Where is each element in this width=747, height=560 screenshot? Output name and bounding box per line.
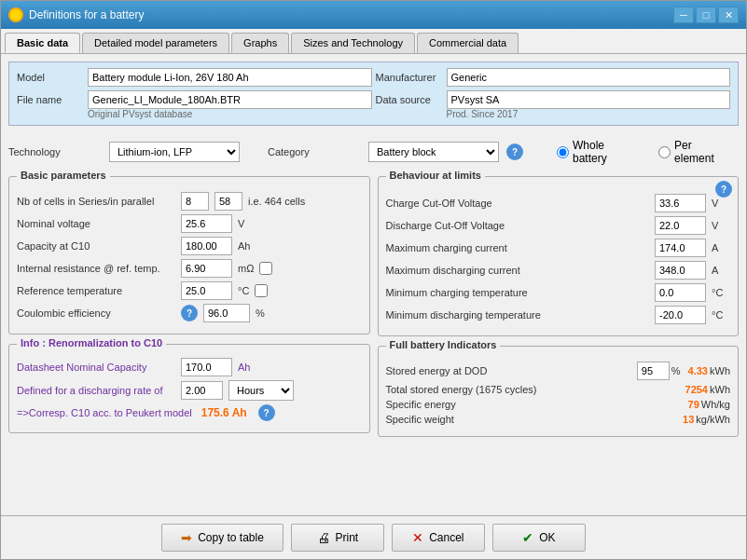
capacity-unit: Ah xyxy=(238,240,250,252)
resistance-checkbox[interactable] xyxy=(259,262,272,275)
close-button[interactable]: ✕ xyxy=(718,7,739,23)
per-element-label: Per element xyxy=(674,139,733,165)
discharge-unit-select[interactable]: Hours xyxy=(228,380,294,401)
datasource-input[interactable] xyxy=(447,90,731,109)
charge-cutoff-label: Charge Cut-Off Voltage xyxy=(386,198,650,209)
copy-icon: ➡ xyxy=(181,530,192,545)
tab-graphs[interactable]: Graphs xyxy=(231,33,289,53)
basic-params-title: Basic parameters xyxy=(17,170,110,181)
specific-energy-unit: Wh/kg xyxy=(701,399,730,410)
max-charge-label: Maximum charging current xyxy=(386,242,650,253)
resistance-label: Internal resistance @ ref. temp. xyxy=(17,263,175,274)
capacity-input[interactable] xyxy=(181,237,232,255)
coulomb-input[interactable] xyxy=(203,304,250,322)
total-unit: kWh xyxy=(710,384,730,395)
basic-params-group: Basic parameters Nb of cells in Series/i… xyxy=(8,176,370,335)
max-charge-input[interactable] xyxy=(655,239,706,257)
ref-temp-label: Reference temperature xyxy=(17,285,175,296)
filename-input[interactable] xyxy=(88,90,372,109)
charge-cutoff-unit: V xyxy=(712,198,730,209)
discharge-rate-label: Defined for a discharging rate of xyxy=(17,385,175,396)
copy-label: Copy to table xyxy=(198,531,264,544)
print-label: Print xyxy=(336,531,359,544)
cells-series-input[interactable] xyxy=(181,192,209,211)
button-bar: ➡ Copy to table 🖨 Print ✕ Cancel ✔ OK xyxy=(1,515,746,559)
total-value: 7254 xyxy=(685,384,708,395)
behaviour-group: Behaviour at limits ? Charge Cut-Off Vol… xyxy=(378,176,740,336)
category-select[interactable]: Battery block xyxy=(368,142,499,162)
capacity-label: Capacity at C10 xyxy=(17,240,175,252)
tab-commercial[interactable]: Commercial data xyxy=(417,33,519,53)
min-discharge-temp-input[interactable] xyxy=(655,306,706,324)
max-discharge-unit: A xyxy=(712,265,730,276)
print-icon: 🖨 xyxy=(317,530,330,545)
voltage-unit: V xyxy=(238,218,244,229)
model-input[interactable] xyxy=(88,68,372,87)
discharge-cutoff-label: Discharge Cut-Off Voltage xyxy=(386,220,650,231)
min-discharge-temp-label: Minimum discharging temperature xyxy=(386,309,650,321)
model-label: Model xyxy=(17,72,82,83)
window-icon xyxy=(8,7,23,22)
indicators-title: Full battery Indicators xyxy=(386,339,501,350)
maximize-button[interactable]: □ xyxy=(696,7,716,23)
prod-since: Prod. Since 2017 xyxy=(376,109,731,119)
ok-button[interactable]: ✔ OK xyxy=(492,524,586,552)
nominal-input[interactable] xyxy=(181,358,232,376)
resistance-unit: mΩ xyxy=(238,263,254,274)
tab-bar: Basic data Detailed model parameters Gra… xyxy=(1,29,746,54)
min-charge-temp-unit: °C xyxy=(712,287,730,298)
per-element-radio[interactable]: Per element xyxy=(658,139,733,165)
discharge-rate-input[interactable] xyxy=(181,381,223,400)
cells-parallel-input[interactable] xyxy=(214,192,242,211)
print-button[interactable]: 🖨 Print xyxy=(291,524,384,552)
cells-info: i.e. 464 cells xyxy=(248,196,305,207)
info-bar: Model File name Original PVsyst database… xyxy=(8,61,739,126)
min-charge-temp-input[interactable] xyxy=(655,283,706,302)
minimize-button[interactable]: ─ xyxy=(673,7,694,23)
coulomb-label: Coulombic efficiency xyxy=(17,307,175,319)
renorm-group: Info : Renormalization to C10 Datasheet … xyxy=(8,344,370,433)
window-controls[interactable]: ─ □ ✕ xyxy=(673,7,739,23)
category-help-button[interactable]: ? xyxy=(506,143,523,160)
dod-label: Stored energy at DOD xyxy=(386,365,637,376)
renorm-title: Info : Renormalization to C10 xyxy=(17,337,166,348)
behaviour-help-button[interactable]: ? xyxy=(715,181,732,198)
ref-temp-input[interactable] xyxy=(181,281,232,300)
datasource-label: Data source xyxy=(376,94,441,105)
ref-temp-checkbox[interactable] xyxy=(255,284,268,297)
coulomb-help-button[interactable]: ? xyxy=(181,305,198,321)
tab-sizes[interactable]: Sizes and Technology xyxy=(291,33,415,53)
dod-percent-input[interactable] xyxy=(637,362,670,380)
max-discharge-input[interactable] xyxy=(655,261,706,280)
dod-percent-sign: % xyxy=(671,365,681,376)
behaviour-title: Behaviour at limits xyxy=(386,170,485,181)
total-label: Total stored energy (1675 cycles) xyxy=(386,384,685,395)
specific-energy-value: 79 xyxy=(688,399,699,410)
cancel-icon: ✕ xyxy=(412,530,423,545)
ok-label: OK xyxy=(539,531,555,544)
resistance-input[interactable] xyxy=(181,259,232,278)
copy-to-table-button[interactable]: ➡ Copy to table xyxy=(161,524,284,552)
technology-select[interactable]: Lithium-ion, LFP xyxy=(109,142,240,162)
category-label: Category xyxy=(268,146,361,157)
charge-cutoff-input[interactable] xyxy=(655,194,706,212)
min-charge-temp-label: Minimum charging temperature xyxy=(386,287,650,298)
cells-label: Nb of cells in Series/in parallel xyxy=(17,196,175,207)
specific-weight-value: 13 xyxy=(683,414,694,425)
cancel-button[interactable]: ✕ Cancel xyxy=(392,524,485,552)
nominal-label: Datasheet Nominal Capacity xyxy=(17,362,175,373)
whole-battery-radio[interactable]: Whole battery xyxy=(557,139,640,165)
technology-label: Technology xyxy=(8,146,102,157)
specific-weight-unit: kg/kWh xyxy=(696,414,730,425)
tab-basic[interactable]: Basic data xyxy=(5,33,80,53)
nominal-unit: Ah xyxy=(238,362,250,373)
tab-detailed[interactable]: Detailed model parameters xyxy=(82,33,229,53)
corresp-help-button[interactable]: ? xyxy=(258,404,275,421)
coulomb-unit: % xyxy=(256,307,265,319)
voltage-input[interactable] xyxy=(181,214,232,233)
discharge-cutoff-input[interactable] xyxy=(655,216,706,235)
manufacturer-input[interactable] xyxy=(447,68,731,87)
manufacturer-label: Manufacturer xyxy=(376,72,441,83)
voltage-label: Nominal voltage xyxy=(17,218,175,229)
ok-icon: ✔ xyxy=(522,530,533,545)
